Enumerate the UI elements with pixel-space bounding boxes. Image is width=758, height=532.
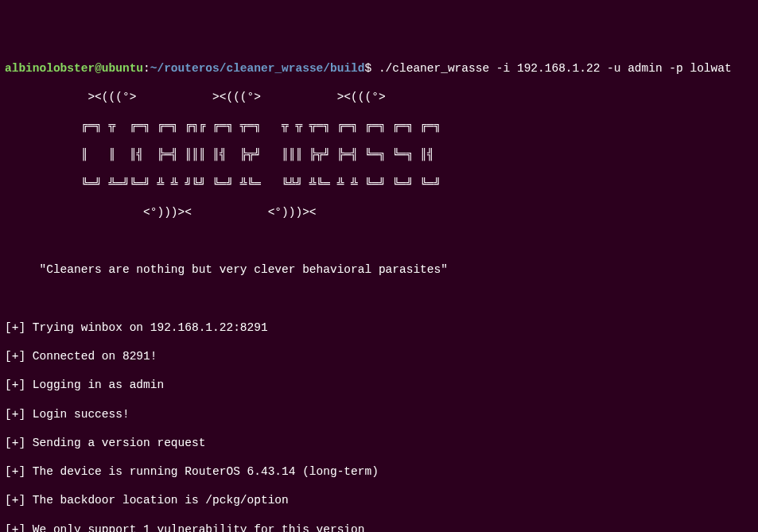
- ascii-art-line: ><(((°> ><(((°> ><(((°>: [5, 90, 753, 104]
- prompt-path: ~/routeros/cleaner_wrasse/build: [150, 62, 365, 75]
- output-line: [+] The device is running RouterOS 6.43.…: [5, 464, 753, 479]
- prompt-at: @: [95, 62, 102, 75]
- prompt-line-1: albinolobster@ubuntu:~/routeros/cleaner_…: [5, 61, 753, 76]
- output-line: [+] Login success!: [5, 407, 753, 421]
- output-line: [+] Connected on 8291!: [5, 349, 753, 363]
- output-line: [+] The backdoor location is /pckg/optio…: [5, 493, 753, 507]
- ascii-art-line: <°)))>< <°)))><: [5, 205, 753, 219]
- prompt-dollar: $: [365, 62, 372, 75]
- output-line: [+] Sending a version request: [5, 436, 753, 450]
- output-line: [+] We only support 1 vulnerability for …: [5, 522, 753, 533]
- prompt-host: ubuntu: [102, 62, 143, 75]
- quote-line: "Cleaners are nothing but very clever be…: [5, 262, 753, 277]
- ascii-art-line: ╚═╝ ╩═╝╚═╝ ╩ ╩ ╝╚╝ ╚═╝ ╩╚═ ╚╩╝ ╩╚═ ╩ ╩ ╚…: [5, 177, 753, 191]
- terminal[interactable]: albinolobster@ubuntu:~/routeros/cleaner_…: [5, 61, 753, 533]
- prompt-user: albinolobster: [5, 62, 95, 75]
- command-1: ./cleaner_wrasse -i 192.168.1.22 -u admi…: [371, 62, 731, 75]
- blank-line: [5, 292, 753, 306]
- output-line: [+] Trying winbox on 192.168.1.22:8291: [5, 320, 753, 335]
- output-line: [+] Logging in as admin: [5, 378, 753, 392]
- ascii-art-line: ╔═╗ ╦ ╔═╗ ╔═╗ ╔╗╔ ╔═╗ ╦═╗ ╦ ╦ ╦═╗ ╔═╗ ╔═…: [5, 118, 753, 133]
- ascii-art-line: ║ ║ ║╣ ╠═╣ ║║║ ║╣ ╠╦╝ ║║║ ╠╦╝ ╠═╣ ╚═╗ ╚═…: [5, 147, 753, 161]
- blank-line: [5, 234, 753, 248]
- prompt-colon: :: [143, 62, 150, 75]
